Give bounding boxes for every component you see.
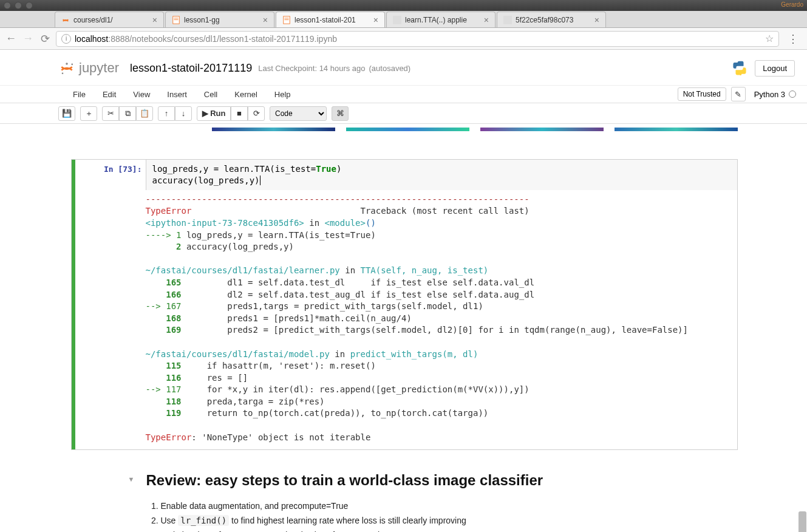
edit-icon[interactable]: ✎ xyxy=(731,87,746,101)
scrollbar-thumb[interactable] xyxy=(798,511,806,532)
menubar-item-file[interactable]: File xyxy=(64,87,94,101)
code-cell[interactable]: In [73]: log_preds,y = learn.TTA(is_test… xyxy=(71,159,738,450)
code-input[interactable]: log_preds,y = learn.TTA(is_test=True)acc… xyxy=(146,160,737,190)
svg-rect-5 xyxy=(285,19,289,20)
close-icon[interactable]: × xyxy=(263,15,268,25)
tab-title: lesson1-gg xyxy=(184,16,259,24)
url-port: :8888 xyxy=(108,34,129,44)
jupyter-logo[interactable]: jupyter xyxy=(58,60,119,77)
list-item: Use lr_find() to find highest learning r… xyxy=(161,514,738,528)
autosave-label: (autosaved) xyxy=(369,64,411,73)
notebook-title[interactable]: lesson1-statoil-20171119 xyxy=(130,62,252,75)
menubar-item-help[interactable]: Help xyxy=(266,87,299,101)
browser-tabbar: courses/dl1/×lesson1-gg×lesson1-statoil-… xyxy=(0,11,807,28)
svg-rect-7 xyxy=(503,16,512,24)
window-min-icon[interactable] xyxy=(15,2,22,9)
close-icon[interactable]: × xyxy=(152,15,157,25)
svg-rect-1 xyxy=(174,18,179,18)
list-item: Enable data augmentation, and precompute… xyxy=(161,500,738,513)
move-down-icon[interactable]: ↓ xyxy=(175,106,192,121)
checkpoint-label: Last Checkpoint: 14 hours ago xyxy=(258,64,365,73)
tab-title: 5f22ce5faf98c073 xyxy=(516,16,591,24)
markdown-cell[interactable]: ▼ Review: easy steps to train a world-cl… xyxy=(70,472,738,532)
window-bar: Gerardo xyxy=(0,0,807,11)
close-icon[interactable]: × xyxy=(484,15,489,25)
kernel-status-icon xyxy=(789,90,796,98)
url-path: /notebooks/courses/dl1/lesson1-statoil-2… xyxy=(129,34,337,44)
collapse-icon[interactable]: ▼ xyxy=(128,476,135,483)
svg-rect-2 xyxy=(174,19,179,20)
toolbar: 💾 ＋ ✂ ⧉ 📋 ↑ ↓ ▶ Run ■ ⟳ Code ⌘ xyxy=(0,103,807,124)
copy-icon[interactable]: ⧉ xyxy=(119,106,136,121)
window-max-icon[interactable] xyxy=(26,2,33,9)
cell-prompt: In [73]: xyxy=(104,165,142,174)
add-cell-icon[interactable]: ＋ xyxy=(80,106,97,121)
back-icon[interactable]: ← xyxy=(5,33,17,45)
tab-title: lesson1-statoil-201 xyxy=(295,16,370,24)
menubar-item-cell[interactable]: Cell xyxy=(196,87,226,101)
svg-rect-4 xyxy=(285,18,289,18)
svg-point-10 xyxy=(71,64,73,66)
browser-tab[interactable]: 5f22ce5faf98c073× xyxy=(497,12,606,27)
browser-tab[interactable]: lesson1-statoil-201× xyxy=(276,12,385,27)
stop-icon[interactable]: ■ xyxy=(231,106,248,121)
jupyter-logo-text: jupyter xyxy=(79,60,119,76)
browser-navbar: ← → ⟳ i localhost:8888/notebooks/courses… xyxy=(0,28,807,50)
thumbnail xyxy=(212,128,335,131)
svg-point-8 xyxy=(66,63,68,65)
menubar-item-insert[interactable]: Insert xyxy=(158,87,196,101)
menubar-item-view[interactable]: View xyxy=(124,87,158,101)
thumbnail xyxy=(615,128,738,131)
page-content: jupyter lesson1-statoil-20171119 Last Ch… xyxy=(0,50,807,532)
kernel-indicator[interactable]: Python 3 xyxy=(751,88,800,101)
close-icon[interactable]: × xyxy=(594,15,599,25)
svg-rect-6 xyxy=(393,16,401,24)
menubar-item-kernel[interactable]: Kernel xyxy=(226,87,266,101)
cut-icon[interactable]: ✂ xyxy=(102,106,119,121)
markdown-heading: Review: easy steps to train a world-clas… xyxy=(146,472,738,489)
list-item: Train last layer from precomputed activa… xyxy=(161,529,738,532)
image-thumbnails xyxy=(70,124,738,137)
reload-icon[interactable]: ⟳ xyxy=(39,33,51,45)
bookmark-icon[interactable]: ☆ xyxy=(765,33,774,44)
kernel-label: Python 3 xyxy=(754,90,785,99)
celltype-select[interactable]: Code xyxy=(270,106,327,121)
python-icon xyxy=(732,60,747,76)
jupyter-header: jupyter lesson1-statoil-20171119 Last Ch… xyxy=(0,56,807,85)
forward-icon[interactable]: → xyxy=(22,33,34,45)
tab-title: courses/dl1/ xyxy=(73,16,149,24)
tab-title: learn.TTA(..) applie xyxy=(405,16,480,24)
restart-icon[interactable]: ⟳ xyxy=(248,106,265,121)
thumbnail xyxy=(346,128,469,131)
browser-tab[interactable]: learn.TTA(..) applie× xyxy=(386,12,495,27)
menubar-item-edit[interactable]: Edit xyxy=(94,87,124,101)
browser-tab[interactable]: lesson1-gg× xyxy=(165,12,274,27)
thumbnail xyxy=(480,128,604,131)
paste-icon[interactable]: 📋 xyxy=(136,106,153,121)
command-palette-icon[interactable]: ⌘ xyxy=(332,106,349,121)
trust-button[interactable]: Not Trusted xyxy=(678,87,726,101)
run-button[interactable]: ▶ Run xyxy=(197,106,231,121)
save-icon[interactable]: 💾 xyxy=(58,106,75,121)
cell-output: ----------------------------------------… xyxy=(146,190,737,449)
svg-point-9 xyxy=(62,72,64,74)
url-host: localhost xyxy=(75,34,108,44)
markdown-list: Enable data augmentation, and precompute… xyxy=(146,500,738,532)
close-icon[interactable]: × xyxy=(373,15,378,25)
browser-menu-icon[interactable]: ⋮ xyxy=(784,32,802,46)
logout-button[interactable]: Logout xyxy=(755,60,795,77)
window-close-icon[interactable] xyxy=(4,2,11,9)
system-user: Gerardo xyxy=(781,1,803,8)
info-icon[interactable]: i xyxy=(61,34,71,44)
menubar: FileEditViewInsertCellKernelHelp Not Tru… xyxy=(0,85,807,103)
move-up-icon[interactable]: ↑ xyxy=(158,106,175,121)
url-bar[interactable]: i localhost:8888/notebooks/courses/dl1/l… xyxy=(56,31,779,47)
browser-tab[interactable]: courses/dl1/× xyxy=(55,12,164,27)
